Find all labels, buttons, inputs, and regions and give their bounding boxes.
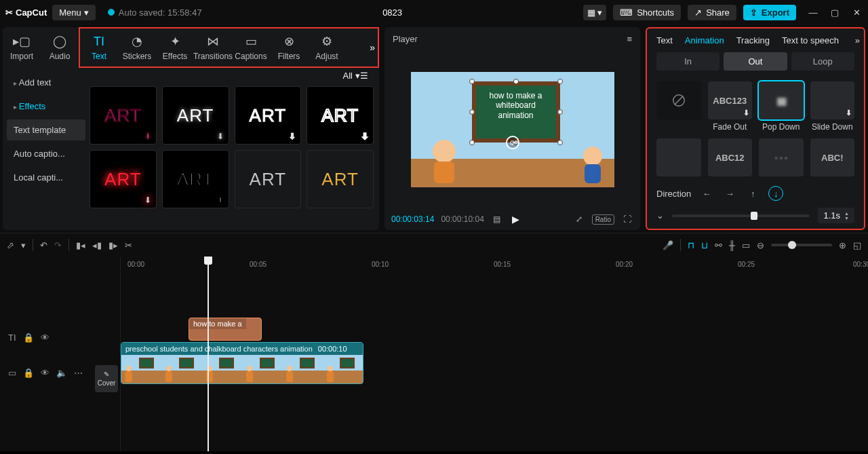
close-button[interactable]: ✕ [850, 7, 863, 18]
tab-audio[interactable]: ◯ Audio [41, 27, 79, 68]
zoom-in-button[interactable]: ⊕ [839, 240, 846, 250]
text-effect-thumb[interactable]: ART⬇ [90, 86, 157, 145]
redo-button[interactable]: ↷ [54, 240, 62, 250]
tab-transitions[interactable]: ⋈ Transitions [194, 29, 232, 67]
duration-stepper[interactable]: ▲▼ [844, 211, 849, 221]
sidebar-item-add-text[interactable]: Add text [7, 72, 85, 93]
tab-import[interactable]: ▸▢ Import [3, 27, 41, 68]
anim-thumb[interactable]: ABC! [810, 138, 855, 176]
zoom-fit-button[interactable]: ◱ [853, 240, 861, 250]
play-button[interactable]: ▶ [510, 214, 522, 225]
pointer-tool[interactable]: ⬀ [7, 240, 14, 250]
eye-icon[interactable]: 👁 [41, 333, 50, 343]
anim-thumb[interactable]: ABC12 [708, 138, 753, 176]
eye-icon[interactable]: 👁 [41, 368, 50, 378]
tab-stickers[interactable]: ◔ Stickers [118, 29, 156, 67]
layout-button[interactable]: ▦ ▾ [583, 5, 607, 20]
player-menu-icon[interactable]: ≡ [627, 34, 632, 44]
text-effect-thumb[interactable]: ART⬇ [307, 86, 374, 145]
text-effect-thumb[interactable]: ART⬇ [235, 150, 302, 208]
anim-label: Fade Out [708, 122, 753, 132]
duration-value[interactable]: 1.1s ▲▼ [818, 208, 854, 223]
anim-thumb[interactable]: · · · [759, 138, 804, 176]
text-effect-thumb[interactable]: ART⬇ [307, 150, 374, 208]
more-icon[interactable]: ⋯ [74, 368, 83, 378]
share-button[interactable]: ↗ Share [688, 5, 736, 20]
crop-tool[interactable]: ✂ [125, 240, 132, 250]
anim-pop-down[interactable]: |||||||| [759, 81, 804, 119]
anim-thumb[interactable] [656, 138, 701, 176]
text-effect-thumb[interactable]: ART⬇ [162, 150, 229, 208]
dir-left[interactable]: ← [699, 186, 714, 201]
segment-in[interactable]: In [656, 52, 719, 71]
tab-text[interactable]: TI Text [80, 29, 118, 67]
text-clip[interactable]: how to make a [189, 318, 262, 341]
duration-slider[interactable] [672, 214, 810, 217]
fullscreen-button[interactable]: ⛶ [621, 214, 633, 224]
playhead[interactable] [208, 257, 209, 451]
dir-right[interactable]: → [722, 186, 737, 201]
effects-grid: ART⬇ ART⬇ ART⬇ ART⬇ ART⬇ ART⬇ ART⬇ ART⬇ [90, 83, 374, 214]
text-track[interactable]: how to make a [121, 318, 868, 341]
inspector-tab-tts[interactable]: Text to speech [782, 35, 839, 45]
dir-up[interactable]: ↑ [745, 186, 760, 201]
menu-button[interactable]: Menu ▾ [52, 5, 96, 20]
sidebar-item-auto-captions[interactable]: Auto captio... [7, 143, 85, 164]
video-clip[interactable]: preschool students and chalkboard charac… [121, 342, 363, 384]
cover-button[interactable]: ✎ Cover [95, 365, 118, 392]
maximize-button[interactable]: ▢ [829, 7, 841, 18]
inspector-tab-text[interactable]: Text [656, 35, 673, 45]
zoom-slider[interactable] [771, 244, 832, 246]
text-effect-thumb[interactable]: ART⬇ [162, 86, 229, 145]
shortcuts-button[interactable]: ⌨ Shortcuts [613, 5, 681, 20]
split-tool[interactable]: ▮◂ [76, 240, 85, 250]
tab-effects[interactable]: ✦ Effects [156, 29, 194, 67]
export-button[interactable]: ⇪ Export [743, 5, 796, 20]
tab-filters[interactable]: ⊗ Filters [270, 29, 308, 67]
lock-icon[interactable]: 🔒 [23, 368, 34, 378]
split-right-tool[interactable]: ▮▸ [108, 240, 118, 250]
text-element-selected[interactable]: how to make a whiteboard animation [472, 81, 560, 143]
mute-icon[interactable]: 🔈 [56, 368, 67, 378]
text-effect-thumb[interactable]: ART⬇ [235, 86, 302, 145]
timeline-tracks[interactable]: 00:00 00:05 00:10 00:15 00:20 00:25 00:3… [121, 257, 868, 451]
anim-none[interactable] [656, 81, 701, 119]
segment-out[interactable]: Out [724, 52, 787, 71]
inspector-overflow-button[interactable]: » [855, 35, 860, 45]
anim-slide-down[interactable]: ⬇ [810, 81, 855, 119]
zoom-out-button[interactable]: ⊖ [757, 240, 764, 250]
refresh-icon[interactable]: ⟳ [506, 136, 519, 149]
tabs-overflow-button[interactable]: » [370, 42, 375, 53]
video-track[interactable]: preschool students and chalkboard charac… [121, 342, 868, 384]
sidebar-item-effects[interactable]: Effects [7, 96, 85, 117]
magnet-on-icon[interactable]: ⊓ [688, 240, 694, 250]
scale-icon[interactable]: ⤢ [573, 214, 585, 224]
preview-viewport[interactable]: how to make a whiteboard animation ⟳ [384, 51, 640, 208]
undo-button[interactable]: ↶ [40, 240, 47, 250]
inspector-tab-tracking[interactable]: Tracking [736, 35, 770, 45]
ratio-button[interactable]: Ratio [592, 214, 614, 225]
preview-icon[interactable]: ▭ [742, 240, 750, 250]
sidebar-item-text-template[interactable]: Text template [7, 119, 85, 140]
link-icon[interactable]: ⚯ [715, 240, 722, 250]
segment-loop[interactable]: Loop [791, 52, 854, 71]
time-ruler[interactable]: 00:00 00:05 00:10 00:15 00:20 00:25 00:3… [121, 257, 868, 274]
rows-icon[interactable]: ▤ [491, 214, 503, 224]
lock-icon[interactable]: 🔒 [23, 333, 34, 343]
dir-down[interactable]: ↓ [768, 186, 783, 201]
tab-adjust[interactable]: ⚙ Adjust [308, 29, 346, 67]
pointer-dropdown[interactable]: ▾ [21, 240, 26, 250]
collapse-button[interactable]: ⌄ [656, 210, 664, 221]
sidebar-item-local-captions[interactable]: Local capti... [7, 167, 85, 188]
minimize-button[interactable]: — [807, 7, 819, 18]
anim-fade-out[interactable]: ABC123⬇ [708, 81, 753, 119]
align-icon[interactable]: ╫ [729, 240, 735, 250]
tab-transitions-label: Transitions [193, 52, 233, 61]
text-effect-thumb[interactable]: ART⬇ [90, 150, 157, 208]
link-on-icon[interactable]: ⊔ [701, 240, 708, 250]
grid-filter[interactable]: All ▾☰ [90, 68, 374, 83]
tab-captions[interactable]: ▭ Captions [232, 29, 270, 67]
inspector-tab-animation[interactable]: Animation [685, 35, 724, 45]
split-left-tool[interactable]: ◂▮ [92, 240, 102, 250]
mic-button[interactable]: 🎤 [663, 240, 673, 250]
